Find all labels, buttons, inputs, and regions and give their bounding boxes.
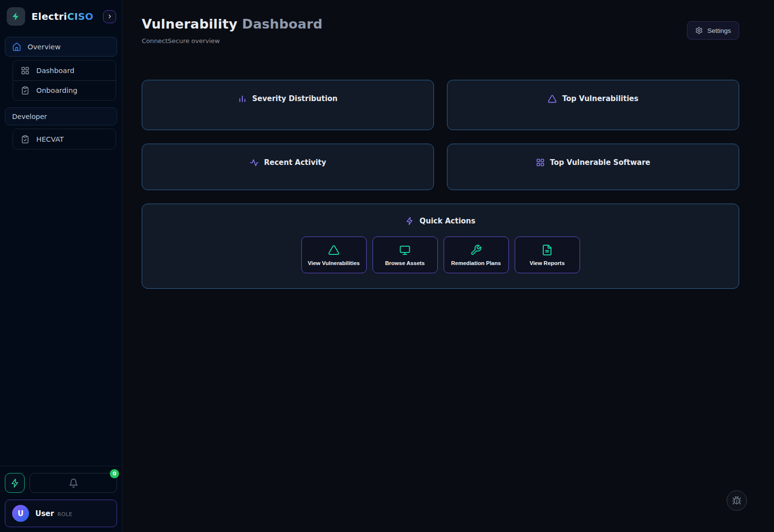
card-title: Recent Activity (264, 158, 327, 167)
card-header: Recent Activity (250, 157, 327, 168)
sidebar-item-overview[interactable]: Overview (5, 37, 117, 57)
page-title: Vulnerability Dashboard (142, 16, 323, 31)
grid-icon (21, 66, 30, 75)
grid-icon (536, 158, 545, 167)
sidebar-footer-row: 0 (5, 473, 117, 493)
zap-icon (10, 478, 20, 488)
page-header: Vulnerability Dashboard ConnectSecure ov… (142, 16, 739, 44)
sidebar-header: ElectriCISO (0, 0, 122, 33)
page-title-secondary: Dashboard (242, 16, 322, 31)
browse-assets-button[interactable]: Browse Assets (372, 236, 438, 273)
activity-icon (250, 158, 259, 167)
card-header: Top Vulnerable Software (536, 157, 650, 168)
sidebar-item-label: Dashboard (36, 67, 74, 74)
quick-launch-button[interactable] (5, 473, 25, 493)
quick-action-label: Browse Assets (385, 260, 425, 266)
developer-submenu: HECVAT (13, 129, 116, 149)
gear-icon (695, 27, 703, 34)
card-header: Quick Actions (405, 216, 475, 226)
quick-action-label: Remediation Plans (451, 260, 501, 266)
page-title-primary: Vulnerability (142, 16, 238, 31)
sidebar-item-label: Overview (28, 43, 60, 51)
user-name: User (35, 509, 54, 518)
home-icon (12, 42, 21, 51)
bug-icon (732, 496, 742, 505)
avatar: U (12, 505, 29, 522)
card-title: Top Vulnerable Software (550, 158, 650, 167)
brand-name: ElectriCISO (31, 11, 93, 22)
user-info: UserROLE (35, 509, 73, 518)
card-title: Severity Distribution (252, 94, 338, 103)
view-reports-button[interactable]: View Reports (515, 236, 580, 273)
quick-action-label: View Reports (530, 260, 565, 266)
notifications-button[interactable]: 0 (30, 473, 117, 493)
severity-distribution-card: Severity Distribution (142, 80, 434, 130)
quick-action-label: View Vulnerabilities (308, 260, 359, 266)
page-subtitle: ConnectSecure overview (142, 37, 323, 44)
brand-logo (7, 7, 25, 26)
alert-triangle-icon (548, 94, 557, 103)
main-content: Vulnerability Dashboard ConnectSecure ov… (122, 0, 774, 532)
alert-triangle-icon (328, 244, 340, 256)
chevron-right-icon (107, 14, 113, 19)
brand-suffix: CISO (67, 11, 93, 22)
remediation-plans-button[interactable]: Remediation Plans (444, 236, 509, 273)
top-vulnerabilities-card: Top Vulnerabilities (447, 80, 739, 130)
notification-count-badge: 0 (110, 469, 119, 478)
view-vulnerabilities-button[interactable]: View Vulnerabilities (301, 236, 367, 273)
sidebar-footer: 0 U UserROLE (0, 466, 122, 532)
sidebar: ElectriCISO Overview Dashboard (0, 0, 122, 532)
clipboard-check-icon (21, 135, 30, 144)
card-title: Quick Actions (419, 217, 475, 225)
sidebar-section-label: Developer (12, 113, 47, 120)
quick-actions-row: View Vulnerabilities Browse Assets Remed… (301, 236, 580, 273)
zap-icon (405, 217, 414, 225)
card-header: Top Vulnerabilities (548, 93, 638, 104)
sidebar-section-developer[interactable]: Developer (5, 107, 117, 125)
sidebar-item-hecvat[interactable]: HECVAT (13, 129, 116, 149)
dashboard-grid: Severity Distribution Top Vulnerabilitie… (142, 80, 739, 190)
card-header: Severity Distribution (238, 93, 338, 104)
bell-icon (69, 478, 78, 488)
card-title: Top Vulnerabilities (562, 94, 638, 103)
sidebar-nav: Overview Dashboard Onboarding Developer (0, 33, 122, 149)
top-vulnerable-software-card: Top Vulnerable Software (447, 144, 739, 190)
sidebar-item-onboarding[interactable]: Onboarding (13, 80, 116, 100)
user-role: ROLE (58, 511, 73, 517)
report-bug-button[interactable] (727, 490, 747, 511)
clipboard-check-icon (21, 86, 30, 95)
page-title-block: Vulnerability Dashboard ConnectSecure ov… (142, 16, 323, 44)
overview-submenu: Dashboard Onboarding (13, 60, 116, 101)
bar-chart-icon (238, 94, 247, 103)
recent-activity-card: Recent Activity (142, 144, 434, 190)
wrench-icon (470, 244, 482, 256)
settings-button[interactable]: Settings (687, 21, 739, 40)
monitor-icon (399, 244, 411, 256)
user-profile-card[interactable]: U UserROLE (5, 500, 117, 527)
file-text-icon (541, 244, 553, 256)
lightning-bolt-icon (11, 12, 21, 21)
quick-actions-card: Quick Actions View Vulnerabilities Brows… (142, 204, 739, 289)
settings-label: Settings (707, 27, 731, 34)
sidebar-item-dashboard[interactable]: Dashboard (13, 60, 116, 80)
brand-prefix: Electri (31, 11, 67, 22)
sidebar-item-label: HECVAT (36, 135, 64, 143)
sidebar-item-label: Onboarding (36, 87, 77, 94)
sidebar-collapse-button[interactable] (103, 10, 116, 23)
